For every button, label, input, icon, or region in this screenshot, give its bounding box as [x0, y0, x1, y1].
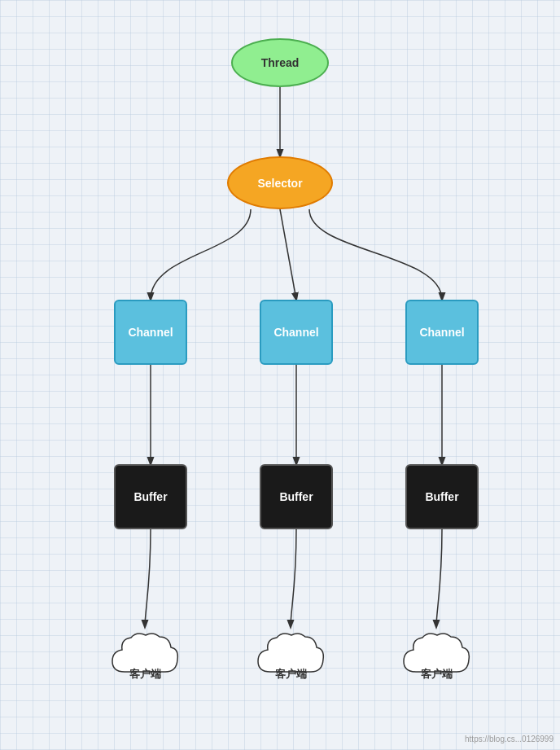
client-cloud-2: 客户端 [254, 627, 327, 688]
selector-label: Selector [257, 177, 302, 190]
client-cloud-1: 客户端 [108, 627, 182, 688]
client-cloud-3: 客户端 [400, 627, 473, 688]
diagram-canvas: Thread Selector Channel Channel Channel … [0, 0, 560, 750]
buffer-node-3: Buffer [405, 464, 479, 529]
channel-3-label: Channel [419, 326, 464, 339]
thread-node: Thread [231, 38, 329, 87]
client-3-label: 客户端 [400, 667, 473, 682]
thread-label: Thread [261, 56, 300, 69]
client-2-label: 客户端 [254, 667, 327, 682]
client-1-label: 客户端 [108, 667, 182, 682]
channel-node-1: Channel [114, 300, 187, 365]
buffer-3-label: Buffer [425, 490, 458, 503]
buffer-1-label: Buffer [133, 490, 167, 503]
buffer-node-1: Buffer [114, 464, 187, 529]
svg-line-1 [280, 209, 296, 300]
channel-1-label: Channel [128, 326, 173, 339]
buffer-node-2: Buffer [260, 464, 333, 529]
buffer-2-label: Buffer [279, 490, 313, 503]
watermark: https://blog.cs...0126999 [465, 735, 553, 743]
channel-2-label: Channel [273, 326, 318, 339]
selector-node: Selector [227, 156, 333, 209]
channel-node-2: Channel [260, 300, 333, 365]
channel-node-3: Channel [405, 300, 479, 365]
